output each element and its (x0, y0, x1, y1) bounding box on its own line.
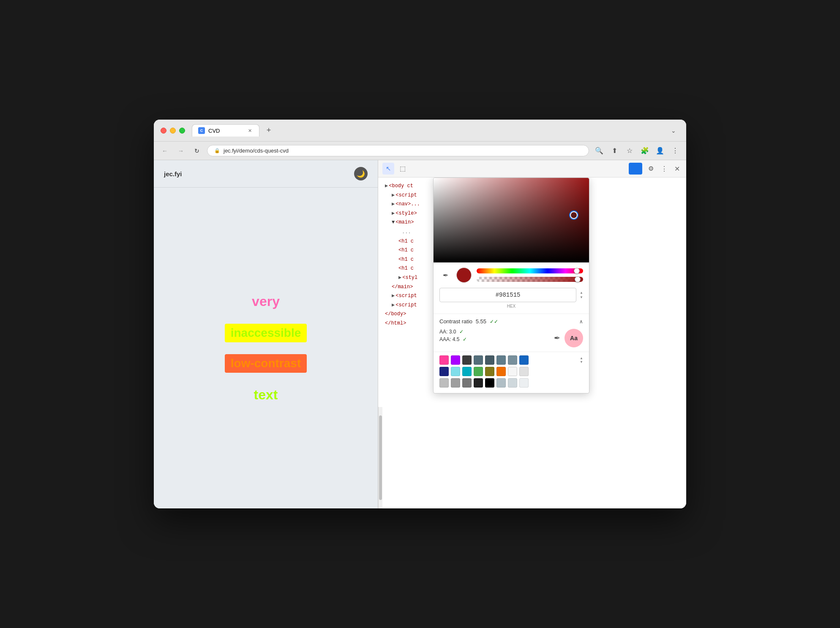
palette-swatch[interactable] (519, 378, 529, 388)
dark-mode-button[interactable]: 🌙 (354, 167, 368, 180)
main-content: jec.fyi 🌙 very inaccessible low-contrast… (154, 160, 686, 508)
aa-check-row: AA: 3.0 ✓ (439, 329, 467, 335)
fullscreen-button[interactable] (179, 128, 185, 134)
alpha-slider-thumb[interactable] (575, 276, 581, 282)
palette-swatch[interactable] (451, 378, 460, 388)
tab-menu-button[interactable]: ⌄ (668, 125, 679, 137)
browser-tab[interactable]: C CVD ✕ (192, 124, 259, 137)
gradient-overlay (434, 178, 589, 262)
scrollbar-thumb[interactable] (379, 415, 382, 500)
palette-swatch[interactable] (474, 378, 483, 388)
hue-slider[interactable] (477, 268, 583, 273)
demo-text-inaccessible: inaccessible (225, 324, 307, 342)
page-header: jec.fyi 🌙 (154, 160, 378, 188)
address-text: jec.fyi/demo/cds-quest-cvd (224, 147, 289, 154)
address-input[interactable]: 🔒 jec.fyi/demo/cds-quest-cvd (207, 145, 589, 156)
extensions-icon[interactable]: 🧩 (639, 145, 651, 157)
minimize-button[interactable] (170, 128, 176, 134)
mac-window: C CVD ✕ + ⌄ ← → ↻ 🔒 jec.fyi/demo/cds-que… (154, 120, 686, 508)
palette-swatch[interactable] (485, 367, 494, 376)
palette-swatch[interactable] (462, 355, 472, 365)
palette-swatch[interactable] (439, 367, 449, 376)
bookmark-icon[interactable]: ☆ (624, 145, 635, 157)
demo-text-text: text (249, 385, 283, 405)
palette-swatch[interactable] (508, 367, 517, 376)
color-palette: ▲ ▼ (434, 352, 589, 393)
hex-up-arrow[interactable]: ▲ (580, 291, 583, 295)
palette-swatch[interactable] (496, 378, 506, 388)
tab-bar: C CVD ✕ + ⌄ (192, 124, 679, 137)
palette-down-arrow[interactable]: ▼ (580, 360, 583, 364)
devtools-panel: ↖ ⬚ ⚙ ⋮ ✕ ▶<body ct ▶<script (378, 160, 686, 508)
palette-swatch[interactable] (508, 355, 517, 365)
lock-icon: 🔒 (214, 148, 220, 153)
palette-swatch[interactable] (485, 378, 494, 388)
contrast-section: Contrast ratio 5.55 ✓✓ ∧ AA: 3.0 ✓ (434, 314, 589, 352)
forward-button[interactable]: → (175, 145, 187, 157)
inspect-element-button[interactable]: ↖ (382, 163, 394, 175)
hex-arrows: ▲ ▼ (580, 291, 583, 299)
devtools-body: ▶<body ct ▶<script ▶<nav>... ▶<style> ▼<… (378, 177, 686, 407)
palette-swatch[interactable] (474, 367, 483, 376)
color-cursor[interactable] (570, 211, 578, 219)
palette-swatch[interactable] (462, 378, 472, 388)
palette-swatch[interactable] (496, 367, 506, 376)
tab-title: CVD (208, 128, 220, 134)
share-icon[interactable]: ⬆ (608, 145, 620, 157)
contrast-checks: AA: 3.0 ✓ AAA: 4.5 ✓ (439, 329, 467, 344)
hex-input[interactable]: #981515 (439, 288, 576, 302)
eyedropper-button[interactable]: ✒ (439, 269, 451, 281)
aaa-check-mark: ✓ (463, 336, 467, 342)
color-gradient-canvas[interactable] (434, 178, 589, 262)
traffic-lights (161, 128, 185, 134)
palette-row-3 (439, 378, 583, 388)
color-picker-popup: ✒ (433, 177, 589, 393)
palette-swatch[interactable] (496, 355, 506, 365)
palette-swatch[interactable] (519, 367, 529, 376)
title-bar: C CVD ✕ + ⌄ (154, 120, 686, 142)
more-options-button[interactable]: ⋮ (659, 164, 669, 174)
palette-swatch[interactable] (508, 378, 517, 388)
hue-slider-thumb[interactable] (574, 268, 580, 274)
palette-swatch[interactable] (439, 378, 449, 388)
hex-row: #981515 ▲ ▼ (439, 288, 583, 302)
hex-value: #981515 (445, 292, 571, 298)
new-tab-button[interactable]: + (263, 125, 275, 137)
aaa-check-row: AAA: 4.5 ✓ (439, 336, 467, 342)
contrast-title: Contrast ratio 5.55 ✓✓ (439, 318, 498, 325)
contrast-double-check: ✓✓ (490, 319, 498, 325)
palette-row-1: ▲ ▼ (439, 355, 583, 365)
palette-swatch[interactable] (451, 355, 460, 365)
contrast-collapse-button[interactable]: ∧ (579, 319, 583, 325)
tab-favicon: C (198, 127, 205, 134)
contrast-eyedropper-button[interactable]: ✒ (554, 333, 560, 343)
page-area: jec.fyi 🌙 very inaccessible low-contrast… (154, 160, 378, 508)
tab-close-button[interactable]: ✕ (246, 127, 253, 134)
close-button[interactable] (161, 128, 166, 134)
device-toolbar-button[interactable]: ⬚ (397, 163, 409, 175)
palette-swatch[interactable] (462, 367, 472, 376)
search-icon[interactable]: 🔍 (593, 145, 605, 157)
aa-check-mark: ✓ (459, 329, 464, 335)
close-devtools-button[interactable]: ✕ (672, 164, 682, 174)
hex-section: #981515 ▲ ▼ HEX (434, 288, 589, 314)
hex-down-arrow[interactable]: ▼ (580, 295, 583, 299)
settings-button[interactable]: ⚙ (645, 163, 657, 175)
palette-swatch[interactable] (439, 355, 449, 365)
page-content: very inaccessible low-contrast text (154, 188, 378, 508)
palette-swatch[interactable] (451, 367, 460, 376)
palette-swatch[interactable] (519, 355, 529, 365)
palette-row-2 (439, 367, 583, 376)
palette-swatch[interactable] (474, 355, 483, 365)
contrast-header: Contrast ratio 5.55 ✓✓ ∧ (439, 318, 583, 325)
address-bar: ← → ↻ 🔒 jec.fyi/demo/cds-quest-cvd 🔍 ⬆ ☆… (154, 142, 686, 160)
palette-up-arrow[interactable]: ▲ (580, 356, 583, 360)
alpha-slider[interactable] (477, 277, 583, 282)
reload-button[interactable]: ↻ (191, 145, 203, 157)
devtools-scrollbar[interactable] (378, 407, 382, 508)
more-icon[interactable]: ⋮ (669, 145, 681, 157)
palette-swatch[interactable] (485, 355, 494, 365)
back-button[interactable]: ← (159, 145, 171, 157)
profile-icon[interactable]: 👤 (654, 145, 666, 157)
picker-controls: ✒ (434, 262, 589, 288)
